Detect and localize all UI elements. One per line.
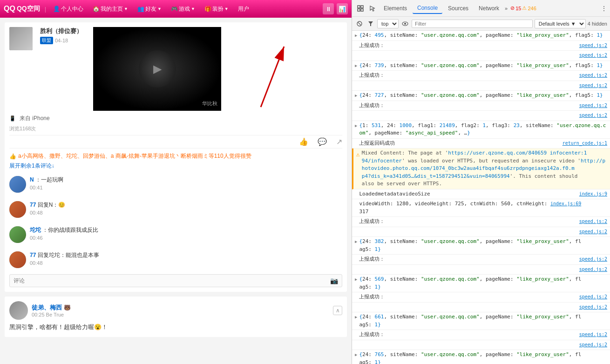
- line-source-spacer1[interactable]: speed.js:2: [579, 52, 607, 59]
- line-source-spacer3[interactable]: speed.js:2: [579, 112, 607, 119]
- person-icon: 👤: [53, 6, 60, 12]
- post-card-2: 徒弟、梅西 🐻 00:25 Be True ∧ 黑洞引擎，啥都有！超级给力喔😮！: [5, 297, 347, 337]
- likes-row: 👍 a小高网络、撒野、坨坨、回梦游仙、a 商飙-炫舞-苹果手游退坑丶断桥烟雨ミ等…: [9, 152, 342, 160]
- svg-rect-2: [358, 6, 360, 8]
- post1-title: 胜利（排位赛）: [40, 27, 88, 35]
- comment-author-N: N: [30, 176, 34, 183]
- line-source-report3[interactable]: speed.js:2: [579, 293, 607, 300]
- nav-user[interactable]: 用户: [236, 4, 251, 14]
- expand-arrow-7[interactable]: ▶: [355, 93, 357, 99]
- cursor-icon-btn[interactable]: [367, 3, 378, 14]
- comment-avatar-77b: [9, 251, 26, 268]
- nav-personal-center[interactable]: 👤 个人中心: [51, 4, 86, 14]
- console-line-5: ▶ 上报成功： speed.js:2: [352, 71, 610, 81]
- svg-rect-4: [358, 9, 360, 11]
- line-source-spacer5[interactable]: speed.js:2: [579, 266, 607, 273]
- console-line-report4: ▶ 上报成功： speed.js:2: [352, 330, 610, 340]
- expand-arrow-1[interactable]: ▶: [355, 33, 357, 39]
- post1-meta: 📱 来自 iPhone: [9, 115, 342, 122]
- svg-line-8: [358, 22, 361, 25]
- line-source-report1[interactable]: speed.js:2: [579, 218, 607, 225]
- phone-icon: 📱: [9, 115, 16, 121]
- tab-sources[interactable]: Sources: [443, 3, 473, 13]
- video-watermark: 华比秋: [202, 100, 217, 107]
- line-source-report4[interactable]: speed.js:2: [579, 331, 607, 338]
- line-source-11[interactable]: return_code.js:1: [563, 140, 607, 147]
- index-js-69-link[interactable]: index.js:69: [550, 201, 581, 206]
- console-line-obj382: ▶ {24: 382, siteName: "user.qzone.qq.com…: [352, 237, 610, 255]
- comment-input[interactable]: [14, 277, 330, 284]
- filter-input[interactable]: [412, 20, 533, 28]
- nav-games[interactable]: 🎮 游戏 ▼: [169, 4, 197, 14]
- expand-arrow-765[interactable]: ▶: [355, 352, 357, 358]
- post2-author: 徒弟、梅西 🐻: [32, 303, 329, 312]
- devtools-more[interactable]: »: [505, 6, 508, 11]
- line-content-obj569: {24: 569, siteName: "user.qzone.qq.com",…: [359, 276, 607, 291]
- comment-input-row: 📷: [9, 274, 342, 287]
- console-line-11: ▶ 上报返回码成功 return_code.js:1: [352, 139, 610, 149]
- comment-time-N: 00:41: [30, 185, 342, 190]
- eye-icon-btn[interactable]: [400, 19, 410, 28]
- console-output: ▶ {24: 495, siteName: "user.qzone.qq.com…: [352, 31, 610, 364]
- line-content-11: 上报返回码成功: [359, 140, 560, 148]
- line-content-report1: 上报成功：: [359, 218, 577, 226]
- like-btn[interactable]: 👍: [299, 137, 308, 146]
- line-content-report2: 上报成功：: [359, 256, 577, 263]
- line-source-2[interactable]: speed.js:2: [579, 42, 607, 49]
- expand-arrow-569[interactable]: ▶: [355, 276, 357, 283]
- levels-select[interactable]: Default levels ▼: [535, 19, 586, 28]
- line-source-spacer7[interactable]: speed.js:2: [579, 341, 607, 348]
- post2-collapse-btn[interactable]: ∧: [333, 306, 342, 315]
- filter-icon-btn[interactable]: [366, 19, 375, 28]
- line-source-spacer2[interactable]: speed.js:2: [579, 82, 607, 89]
- inspect-icon-btn[interactable]: [355, 3, 366, 14]
- play-icon: ▶: [153, 62, 162, 75]
- nav-games-label: 游戏: [179, 5, 190, 13]
- tab-console[interactable]: Console: [413, 3, 442, 14]
- pause-btn[interactable]: ⏸: [323, 3, 334, 14]
- play-button-area[interactable]: ▶: [139, 50, 176, 88]
- game-icon: 🎮: [171, 6, 178, 12]
- stats-btn[interactable]: 📊: [337, 3, 348, 14]
- line-source-metadata[interactable]: index.js:9: [579, 190, 607, 197]
- warning-count[interactable]: ⚠ 246: [522, 5, 536, 11]
- camera-icon[interactable]: 📷: [330, 277, 338, 284]
- line-content-4: {24: 739, siteName: "user.qzone.qq.com",…: [359, 62, 607, 70]
- share-btn[interactable]: ↗: [336, 137, 342, 146]
- tab-network[interactable]: Network: [474, 3, 504, 13]
- qq-logo-text: QQ: [4, 5, 15, 13]
- comment-btn[interactable]: 💬: [318, 137, 327, 146]
- line-source-8[interactable]: speed.js:2: [579, 102, 607, 109]
- expand-arrow-4[interactable]: ▶: [355, 63, 357, 69]
- line-content-1: {24: 495, siteName: "user.qzone.qq.com",…: [359, 32, 607, 40]
- console-line-spacer2: ▶ speed.js:2: [352, 81, 610, 91]
- post2-status: Be True: [46, 312, 64, 317]
- chevron-down-icon4: ▼: [224, 7, 229, 11]
- post1-date: 04-18: [55, 38, 68, 43]
- clear-console-btn[interactable]: [355, 19, 364, 28]
- nav-homepage-label: 我的主页: [101, 5, 123, 13]
- nav-sep1: |: [45, 6, 46, 13]
- video-thumbnail[interactable]: 华比秋 ▶: [93, 27, 221, 111]
- nav-decoration[interactable]: 🎁 装扮 ▼: [202, 4, 231, 14]
- context-select[interactable]: top: [377, 19, 399, 28]
- line-source-spacer6[interactable]: speed.js:2: [579, 303, 607, 310]
- expand-arrow-382[interactable]: ▶: [355, 239, 357, 245]
- devtools-menu-btn[interactable]: ⋮: [601, 5, 607, 12]
- error-count[interactable]: ⊘ 15: [510, 5, 521, 11]
- nav-friends[interactable]: 👥 好友 ▼: [135, 4, 164, 14]
- console-line-obj765: ▶ {24: 765, siteName: "user.qzone.qq.com…: [352, 350, 610, 364]
- tab-elements[interactable]: Elements: [379, 3, 412, 13]
- line-source-5[interactable]: speed.js:2: [579, 72, 607, 79]
- comments-expand[interactable]: 展开剩余1条评论↓: [9, 162, 342, 170]
- line-content-obj382: {24: 382, siteName: "user.qzone.qq.com",…: [359, 238, 607, 253]
- nav-my-homepage[interactable]: 🏠 我的主页 ▼: [90, 4, 130, 14]
- line-source-report2[interactable]: speed.js:2: [579, 256, 607, 263]
- line-source-spacer4[interactable]: speed.js:2: [579, 228, 607, 235]
- post2-emoji: 🐻: [64, 304, 71, 311]
- comment-avatar-tuotuo: [9, 226, 26, 243]
- line-content-5: 上报成功：: [359, 72, 577, 80]
- line-content-8: 上报成功：: [359, 102, 577, 110]
- expand-arrow-661[interactable]: ▶: [355, 314, 357, 321]
- expand-arrow-10[interactable]: ▶: [355, 123, 357, 129]
